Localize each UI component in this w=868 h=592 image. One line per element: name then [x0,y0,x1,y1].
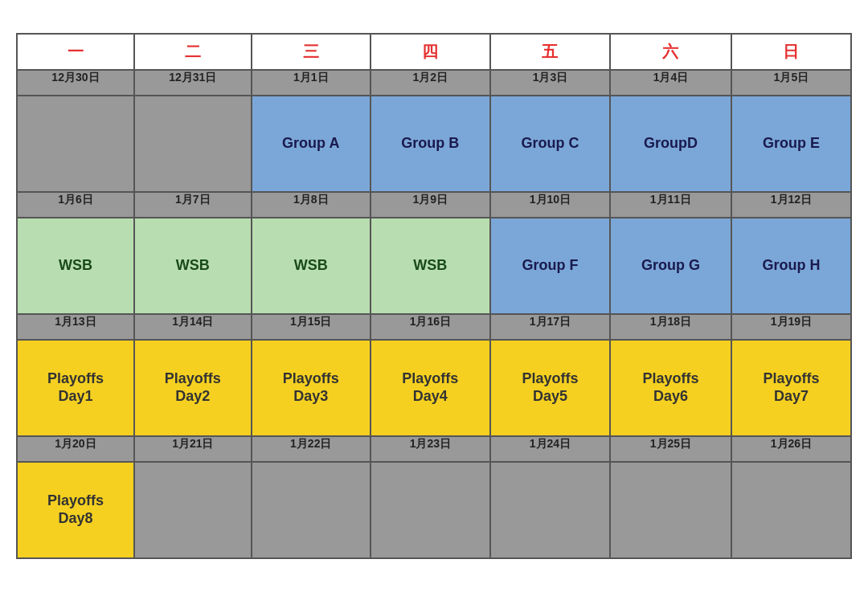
event-cell [490,462,610,558]
date-cell: 1月8日 [252,192,371,218]
event-row: WSBWSBWSBWSBGroup FGroup GGroup H [17,218,851,314]
event-cell: Group F [490,218,610,314]
date-row: 1月20日1月21日1月22日1月23日1月24日1月25日1月26日 [17,436,851,462]
event-label: Group A [252,96,370,191]
event-label: PlayoffsDay6 [611,341,731,435]
event-label: Group H [732,218,850,313]
event-label: Group E [732,96,850,191]
date-cell: 1月14日 [134,314,252,340]
date-cell: 12月30日 [17,70,134,96]
day-header: 日 [731,34,851,70]
date-cell: 1月9日 [371,192,490,218]
event-cell: WSB [252,218,371,314]
event-label: PlayoffsDay8 [18,463,133,557]
event-label: PlayoffsDay2 [135,341,251,435]
event-label: GroupD [611,96,731,191]
date-cell: 1月1日 [252,70,371,96]
date-cell: 1月17日 [490,314,610,340]
event-cell: PlayoffsDay7 [731,340,851,436]
date-cell: 1月18日 [610,314,731,340]
event-cell: PlayoffsDay6 [610,340,731,436]
date-row: 12月30日12月31日1月1日1月2日1月3日1月4日1月5日 [17,70,851,96]
date-cell: 1月6日 [17,192,134,218]
event-cell: PlayoffsDay5 [490,340,610,436]
date-cell: 1月12日 [731,192,851,218]
event-cell [371,462,490,558]
day-header: 五 [490,34,610,70]
event-label: WSB [135,218,251,313]
event-label: Group B [371,96,489,191]
event-cell: PlayoffsDay2 [134,340,252,436]
day-header: 三 [252,34,371,70]
event-cell: Group E [731,96,851,192]
day-header: 六 [610,34,731,70]
date-cell: 1月7日 [134,192,252,218]
event-cell: Group A [252,96,371,192]
event-row: Group AGroup BGroup CGroupDGroup E [17,96,851,192]
event-cell [731,462,851,558]
event-cell: WSB [134,218,252,314]
header-row: 一二三四五六日 [17,34,851,70]
event-cell: Group B [371,96,490,192]
calendar-container: 一二三四五六日 12月30日12月31日1月1日1月2日1月3日1月4日1月5日… [16,33,852,559]
day-header: 一 [17,34,134,70]
event-label: Group F [491,218,609,313]
date-cell: 1月10日 [490,192,610,218]
event-cell [134,96,252,192]
calendar-table: 一二三四五六日 12月30日12月31日1月1日1月2日1月3日1月4日1月5日… [16,33,852,559]
date-cell: 1月22日 [252,436,371,462]
date-cell: 1月21日 [134,436,252,462]
event-cell: PlayoffsDay8 [17,462,134,558]
event-cell [134,462,252,558]
event-label: PlayoffsDay5 [491,341,609,435]
event-label: PlayoffsDay1 [18,341,133,435]
event-row: PlayoffsDay1PlayoffsDay2PlayoffsDay3Play… [17,340,851,436]
date-cell: 1月19日 [731,314,851,340]
event-cell [610,462,731,558]
date-cell: 1月4日 [610,70,731,96]
date-row: 1月6日1月7日1月8日1月9日1月10日1月11日1月12日 [17,192,851,218]
date-cell: 1月26日 [731,436,851,462]
date-cell: 1月25日 [610,436,731,462]
date-cell: 1月11日 [610,192,731,218]
event-label: PlayoffsDay4 [371,341,489,435]
date-cell: 1月20日 [17,436,134,462]
event-cell: WSB [371,218,490,314]
event-cell: Group G [610,218,731,314]
date-cell: 1月13日 [17,314,134,340]
day-header: 二 [134,34,252,70]
event-cell: GroupD [610,96,731,192]
event-cell: PlayoffsDay3 [252,340,371,436]
event-cell: Group C [490,96,610,192]
event-cell: Group H [731,218,851,314]
event-label: WSB [252,218,370,313]
day-header: 四 [371,34,490,70]
event-cell: WSB [17,218,134,314]
event-label: PlayoffsDay3 [252,341,370,435]
event-row: PlayoffsDay8 [17,462,851,558]
date-cell: 1月23日 [371,436,490,462]
event-label: Group G [611,218,731,313]
event-label: Group C [491,96,609,191]
event-label: WSB [371,218,489,313]
event-cell: PlayoffsDay1 [17,340,134,436]
date-cell: 12月31日 [134,70,252,96]
date-cell: 1月5日 [731,70,851,96]
date-cell: 1月2日 [371,70,490,96]
date-cell: 1月3日 [490,70,610,96]
date-cell: 1月15日 [252,314,371,340]
date-cell: 1月16日 [371,314,490,340]
event-cell: PlayoffsDay4 [371,340,490,436]
event-label: PlayoffsDay7 [732,341,850,435]
event-label: WSB [18,218,133,313]
date-cell: 1月24日 [490,436,610,462]
event-cell [252,462,371,558]
date-row: 1月13日1月14日1月15日1月16日1月17日1月18日1月19日 [17,314,851,340]
event-cell [17,96,134,192]
